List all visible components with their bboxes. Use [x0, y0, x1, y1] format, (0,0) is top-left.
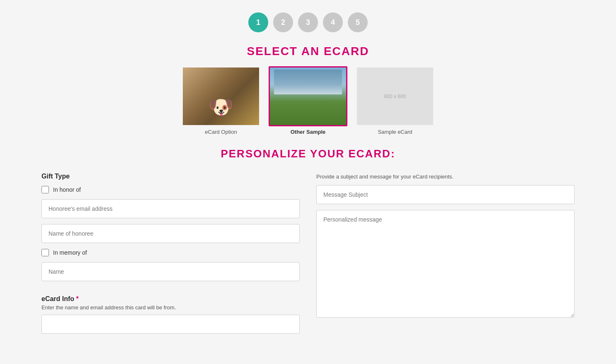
personalize-title: PERSONALIZE YOUR ECARD:: [8, 147, 608, 160]
in-memory-label[interactable]: In memory of: [53, 249, 87, 256]
step-2[interactable]: 2: [273, 12, 293, 32]
ecard-image-landscape[interactable]: [269, 66, 347, 126]
subject-highlight: subject: [341, 174, 358, 180]
ecard-label-placeholder: Sample eCard: [378, 129, 412, 135]
step-5[interactable]: 5: [348, 12, 368, 32]
for-highlight: for: [393, 174, 399, 180]
select-ecard-title: SELECT AN ECARD: [8, 45, 608, 58]
ecard-info-title: eCard Info *: [41, 295, 300, 303]
left-column: Gift Type In honor of In memory of eCard…: [41, 173, 300, 340]
ecard-image-dog[interactable]: [182, 66, 260, 126]
required-marker: *: [74, 295, 79, 302]
personalized-message-textarea[interactable]: [316, 210, 575, 318]
gift-type-label: Gift Type: [41, 173, 300, 180]
in-memory-checkbox[interactable]: [41, 249, 49, 256]
ecard-placeholder-text: 600 x 600: [357, 67, 433, 125]
ecard-item-placeholder[interactable]: 600 x 600 Sample eCard: [356, 66, 434, 135]
in-honor-row: In honor of: [41, 186, 300, 193]
honoree-email-input[interactable]: [41, 199, 300, 218]
ecard-label-landscape: Other Sample: [291, 129, 326, 135]
in-honor-label[interactable]: In honor of: [53, 186, 81, 193]
ecard-selection: eCard Option Other Sample 600 x 600 Samp…: [8, 66, 608, 135]
ecard-info-input[interactable]: [41, 315, 300, 334]
ecard-image-placeholder[interactable]: 600 x 600: [356, 66, 434, 126]
ecard-item-dog[interactable]: eCard Option: [182, 66, 260, 135]
right-column: Provide a subject and message for your e…: [316, 173, 575, 319]
in-honor-checkbox[interactable]: [41, 186, 49, 193]
step-1[interactable]: 1: [248, 12, 268, 32]
ecard-label-dog: eCard Option: [205, 129, 237, 135]
step-4[interactable]: 4: [323, 12, 343, 32]
ecard-item-landscape[interactable]: Other Sample: [269, 66, 347, 135]
steps-container: 1 2 3 4 5: [8, 12, 608, 32]
in-memory-row: In memory of: [41, 249, 300, 256]
message-subject-input[interactable]: [316, 185, 575, 204]
name-input[interactable]: [41, 262, 300, 281]
page-container: 1 2 3 4 5 SELECT AN ECARD eCard Option O…: [0, 0, 616, 352]
form-columns: Gift Type In honor of In memory of eCard…: [8, 173, 608, 340]
step-3[interactable]: 3: [298, 12, 318, 32]
ecard-info-subtitle: Enter the name and email address this ca…: [41, 304, 300, 311]
name-of-honoree-input[interactable]: [41, 224, 300, 243]
provide-text: Provide a subject and message for your e…: [316, 173, 575, 181]
